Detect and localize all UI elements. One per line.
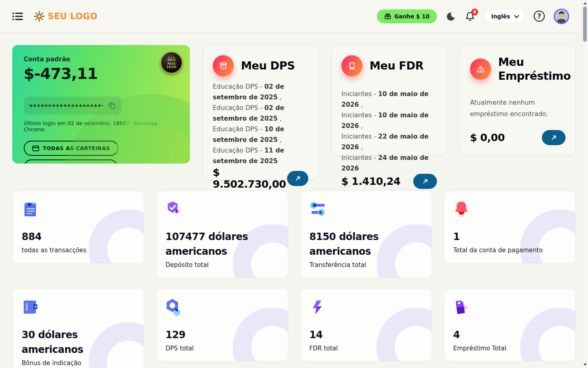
account-balance: $-473,11 xyxy=(24,65,178,83)
add-money-button[interactable]: ADICIONAR DINHEIRO xyxy=(24,159,118,164)
stat-card-dps-total: 129 DPS total xyxy=(156,289,288,361)
shield-check-icon xyxy=(165,200,183,218)
menu-icon[interactable] xyxy=(12,12,23,21)
scroll-up-icon[interactable] xyxy=(584,2,587,4)
stat-card-referral-bonus: 30 dólares americanos Bônus de indicação xyxy=(12,289,144,368)
notifications-button[interactable]: 0 xyxy=(465,11,475,22)
dps-total-amount: $ 9.502.730,00 xyxy=(213,166,287,190)
stat-label: Bônus de indicação xyxy=(22,359,135,367)
stat-value: 1 xyxy=(453,229,555,244)
document-icon xyxy=(22,200,40,218)
fdr-open-button[interactable] xyxy=(413,174,437,189)
card-icon xyxy=(32,146,39,151)
dark-mode-icon[interactable] xyxy=(446,11,456,21)
masked-value: ******************** xyxy=(29,103,103,110)
stat-value: 14 xyxy=(310,328,412,342)
all-wallets-button[interactable]: TODAS AS CARTEIRAS xyxy=(24,141,118,156)
dps-open-button[interactable] xyxy=(287,171,308,186)
digi-max-lead-badge: ★★★ DIGI MAX LEAD xyxy=(160,52,183,74)
arrow-up-right-icon xyxy=(422,178,428,184)
scroll-down-icon[interactable] xyxy=(584,364,587,366)
stat-value: 30 dólares americanos xyxy=(22,328,124,357)
my-fdr-card: Meu FDR Iniciantes - 10 de maio de 2026 … xyxy=(331,45,447,155)
stat-label: Total da conta de pagamento xyxy=(453,247,566,254)
loan-card-title: Meu Empréstimo xyxy=(498,55,564,83)
gift-icon xyxy=(384,13,391,20)
loan-total-amount: $ 0,00 xyxy=(470,132,505,144)
loan-open-button[interactable] xyxy=(542,130,566,145)
arrow-up-right-icon xyxy=(295,175,301,182)
language-label: Inglês xyxy=(491,13,510,20)
archive-icon xyxy=(218,61,228,71)
stat-value: 129 xyxy=(165,328,267,342)
account-balance-card: ★★★ DIGI MAX LEAD Conta padrão $-473,11 … xyxy=(12,45,190,164)
last-login-info: Último login em 02 de setembro, 18h02. W… xyxy=(24,120,178,132)
logo-text: SEU LOGO xyxy=(48,11,98,21)
stat-value: 884 xyxy=(22,229,124,244)
stat-label: FDR total xyxy=(310,345,423,352)
book-icon xyxy=(347,61,357,71)
notification-count-badge: 0 xyxy=(471,9,478,16)
language-selector[interactable]: Inglês xyxy=(484,9,525,24)
fdr-card-title: Meu FDR xyxy=(370,59,423,73)
stat-card-deposit-total: 107477 dólares americanos Depósito total xyxy=(156,191,288,278)
hexagon-icon xyxy=(165,298,183,316)
stat-card-loan-total: 4 Empréstimo Total xyxy=(444,289,576,361)
fdr-total-amount: $ 1.410,24 xyxy=(341,175,400,187)
chevron-down-icon xyxy=(514,13,519,18)
scrollbar[interactable] xyxy=(582,0,588,368)
dps-icon-circle xyxy=(213,55,234,76)
arrow-up-right-icon xyxy=(551,135,557,141)
price-tag-icon xyxy=(453,298,471,316)
warning-icon xyxy=(475,64,486,74)
stat-card-fdr-total: 14 FDR total xyxy=(300,289,432,361)
stat-value: 107477 dólares americanos xyxy=(165,229,267,259)
copy-icon[interactable] xyxy=(108,101,116,110)
stat-label: DPS total xyxy=(165,345,278,352)
stat-card-transactions: 884 todas as transacções xyxy=(12,191,144,263)
masked-account-field: ******************** xyxy=(24,96,122,114)
bell-icon xyxy=(453,200,471,218)
stat-card-payment-accounts: 1 Total da conta de pagamento xyxy=(444,191,576,263)
stat-label: Depósito total xyxy=(165,261,278,269)
dashboard-content: ★★★ DIGI MAX LEAD Conta padrão $-473,11 … xyxy=(0,33,588,368)
fdr-icon-circle xyxy=(341,55,363,76)
user-avatar[interactable] xyxy=(554,9,569,24)
logo-icon xyxy=(33,11,45,22)
wallet-icon xyxy=(22,298,40,316)
my-dps-card: Meu DPS Educação DPS - 02 de setembro de… xyxy=(203,45,318,180)
lightning-icon xyxy=(310,298,327,316)
stat-card-transfer-total: 8150 dólares americanos Transferência to… xyxy=(300,191,432,278)
help-button[interactable]: ? xyxy=(534,11,545,22)
stat-label: Empréstimo Total xyxy=(453,345,566,352)
dps-list: Educação DPS - 02 de setembro de 2025 , … xyxy=(213,81,308,166)
dps-card-title: Meu DPS xyxy=(241,59,295,73)
scrollbar-thumb[interactable] xyxy=(583,7,587,42)
stat-label: Transferência total xyxy=(310,261,423,269)
loan-icon-circle xyxy=(470,58,491,80)
my-loan-card: Meu Empréstimo Atualmente nenhum emprést… xyxy=(460,45,576,155)
brand-logo[interactable]: SEU LOGO xyxy=(33,11,98,22)
stat-value: 8150 dólares americanos xyxy=(310,229,412,259)
stat-label: todas as transacções xyxy=(22,247,135,254)
fdr-list: Iniciantes - 10 de maio de 2026 , Inicia… xyxy=(341,89,437,174)
loan-empty-message: Atualmente nenhum empréstimo encontrado. xyxy=(470,97,566,120)
account-type-label: Conta padrão xyxy=(24,56,178,63)
sliders-icon xyxy=(310,200,327,218)
earn-bonus-label: Ganhe $ 10 xyxy=(394,13,430,20)
top-header: SEU LOGO Ganhe $ 10 0 Inglês ? xyxy=(0,0,588,33)
stat-value: 4 xyxy=(453,328,555,342)
earn-bonus-button[interactable]: Ganhe $ 10 xyxy=(377,9,437,23)
